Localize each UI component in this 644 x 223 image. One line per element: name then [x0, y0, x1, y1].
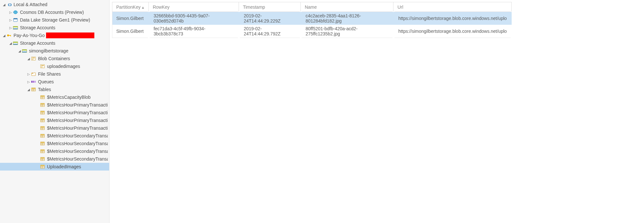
- storage-icon: [13, 25, 18, 30]
- key-icon: [6, 33, 12, 38]
- table-icon: [40, 141, 45, 146]
- blob-icon: [40, 64, 45, 69]
- tree-node-storage-accounts[interactable]: ▷ Storage Accounts: [0, 24, 109, 32]
- table-icon: [40, 156, 45, 162]
- cell-name: 80ff5201-bdfb-420a-acd2-275ffc1235b2.jpg: [301, 25, 393, 38]
- cosmos-icon: [13, 10, 18, 15]
- table-icon: [40, 149, 45, 154]
- cell-rowkey: 32665bbd-9305-4435-9a07-030e852d074b: [149, 12, 239, 25]
- tree-node-storage-account[interactable]: ◢ simongilbertstorage: [0, 47, 109, 55]
- column-label: PartitionKey: [116, 5, 140, 10]
- fileshare-icon: [31, 71, 36, 77]
- chevron-down-icon[interactable]: ◢: [17, 49, 22, 53]
- tree-label: $MetricsHourSecondaryTransactionsTable: [47, 156, 108, 162]
- tree-node-table-uploadedimages[interactable]: UploadedImages: [0, 163, 109, 171]
- tree-node-queues[interactable]: ▷ Queues: [0, 78, 109, 86]
- chevron-down-icon[interactable]: ◢: [26, 88, 31, 91]
- tree-label: $MetricsHourPrimaryTransactionsTable: [47, 125, 108, 131]
- tree-node-file-shares[interactable]: ▷ File Shares: [0, 70, 109, 78]
- chevron-down-icon[interactable]: ◢: [2, 34, 6, 37]
- table-icon: [40, 164, 45, 169]
- cell-rowkey: fec71da3-4c5f-49fb-9034-3bcb3b378c73: [149, 25, 239, 38]
- tree-node-blob-containers[interactable]: ◢ Blob Containers: [0, 55, 109, 62]
- sort-asc-icon: ▲: [141, 5, 145, 9]
- tree-label: $MetricsHourPrimaryTransactionsFile: [47, 110, 108, 115]
- cell-partitionkey: Simon.Gilbert: [112, 25, 149, 38]
- chevron-right-icon[interactable]: ▷: [8, 26, 13, 30]
- tree-node-table-item[interactable]: $MetricsHourPrimaryTransactionsQueue: [0, 116, 109, 124]
- column-label: RowKey: [153, 5, 169, 10]
- tree-node-local-attached[interactable]: ◢ Local & Attached: [0, 1, 109, 8]
- blob-icon: [31, 56, 36, 61]
- table-icon: [40, 95, 45, 100]
- tree-node-subscription[interactable]: ◢ Pay-As-You-Go: [0, 32, 109, 39]
- tree-node-cosmos[interactable]: ▷ Cosmos DB Accounts (Preview): [0, 8, 109, 16]
- tree-label: $MetricsCapacityBlob: [47, 95, 90, 100]
- entities-table: PartitionKey▲ RowKey Timestamp Name Url …: [112, 2, 513, 38]
- tree-label: Data Lake Storage Gen1 (Preview): [20, 17, 90, 23]
- tree-node-storage-accounts-sub[interactable]: ◢ Storage Accounts: [0, 39, 109, 47]
- column-header-url[interactable]: Url: [393, 2, 512, 12]
- tree-node-tables[interactable]: ◢ Tables: [0, 86, 109, 93]
- redacted-block: [46, 33, 94, 38]
- tree-node-table-item[interactable]: $MetricsHourSecondaryTransactionsQueue: [0, 147, 109, 155]
- cell-url: https://simongilbertstorage.blob.core.wi…: [393, 25, 512, 38]
- chevron-right-icon[interactable]: ▷: [26, 72, 31, 76]
- tree-node-table-item[interactable]: $MetricsCapacityBlob: [0, 93, 109, 101]
- column-header-rowkey[interactable]: RowKey: [149, 2, 239, 12]
- cell-partitionkey: Simon.Gilbert: [112, 12, 149, 25]
- tree-label: uploadedimages: [47, 64, 80, 69]
- column-label: Name: [305, 5, 317, 10]
- tree-label: File Shares: [38, 71, 61, 77]
- chevron-down-icon[interactable]: ◢: [8, 42, 13, 45]
- tree-label: $MetricsHourPrimaryTransactionsBlob: [47, 102, 108, 107]
- tree-label: $MetricsHourSecondaryTransactionsFile: [47, 141, 108, 146]
- column-header-partitionkey[interactable]: PartitionKey▲: [112, 2, 149, 12]
- chevron-right-icon[interactable]: ▷: [26, 80, 31, 84]
- tree-label: Tables: [38, 87, 51, 92]
- tree-node-table-item[interactable]: $MetricsHourSecondaryTransactionsBlob: [0, 132, 109, 140]
- tree-label: simongilbertstorage: [29, 48, 68, 53]
- cell-timestamp: 2019-02-24T14:44:29.229Z: [239, 12, 301, 25]
- tree-label: Storage Accounts: [20, 25, 55, 30]
- chevron-right-icon[interactable]: ▷: [8, 18, 13, 22]
- tree-label: Queues: [38, 79, 54, 84]
- storage-icon: [22, 48, 27, 53]
- storage-icon: [13, 41, 18, 46]
- tree-node-table-item[interactable]: $MetricsHourPrimaryTransactionsFile: [0, 109, 109, 116]
- chevron-down-icon[interactable]: ◢: [26, 57, 31, 60]
- queue-icon: [31, 79, 36, 84]
- tree-label: $MetricsHourSecondaryTransactionsQueue: [47, 149, 108, 154]
- table-icon: [40, 102, 45, 107]
- datalake-icon: [13, 17, 18, 23]
- column-header-name[interactable]: Name: [301, 2, 393, 12]
- cell-url: https://simongilbertstorage.blob.core.wi…: [393, 12, 512, 25]
- column-label: Url: [397, 5, 403, 10]
- tree-node-table-item[interactable]: $MetricsHourPrimaryTransactionsTable: [0, 124, 109, 132]
- table-row[interactable]: Simon.Gilbert fec71da3-4c5f-49fb-9034-3b…: [112, 25, 512, 38]
- tree-label: Local & Attached: [14, 2, 47, 7]
- tree-label: Pay-As-You-Go: [14, 33, 45, 38]
- tree-label: Cosmos DB Accounts (Preview): [20, 10, 84, 15]
- table-row[interactable]: Simon.Gilbert 32665bbd-9305-4435-9a07-03…: [112, 12, 512, 25]
- tree-label: $MetricsHourSecondaryTransactionsBlob: [47, 133, 108, 138]
- cell-name: c4c2aceb-2835-4aa1-8126-801284bfd182.jpg: [301, 12, 393, 25]
- tree-node-table-item[interactable]: $MetricsHourPrimaryTransactionsBlob: [0, 101, 109, 109]
- tree-label: $MetricsHourPrimaryTransactionsQueue: [47, 118, 108, 123]
- tree-node-table-item[interactable]: $MetricsHourSecondaryTransactionsFile: [0, 140, 109, 147]
- column-header-timestamp[interactable]: Timestamp: [239, 2, 301, 12]
- chevron-right-icon[interactable]: ▷: [8, 11, 13, 14]
- column-label: Timestamp: [243, 5, 265, 10]
- tree-node-table-item[interactable]: $MetricsHourSecondaryTransactionsTable: [0, 155, 109, 163]
- tree-node-datalake[interactable]: ▷ Data Lake Storage Gen1 (Preview): [0, 16, 109, 24]
- cell-timestamp: 2019-02-24T14:44:29.792Z: [239, 25, 301, 38]
- tree-label: UploadedImages: [47, 164, 81, 169]
- table-icon: [40, 125, 45, 131]
- link-icon: [6, 2, 12, 7]
- tree-label: Storage Accounts: [20, 41, 55, 46]
- explorer-tree: ◢ Local & Attached ▷ Cosmos DB Accounts …: [0, 0, 109, 223]
- table-icon: [40, 118, 45, 123]
- table-icon: [31, 87, 36, 92]
- tree-node-container[interactable]: uploadedimages: [0, 62, 109, 70]
- table-icon: [40, 110, 45, 115]
